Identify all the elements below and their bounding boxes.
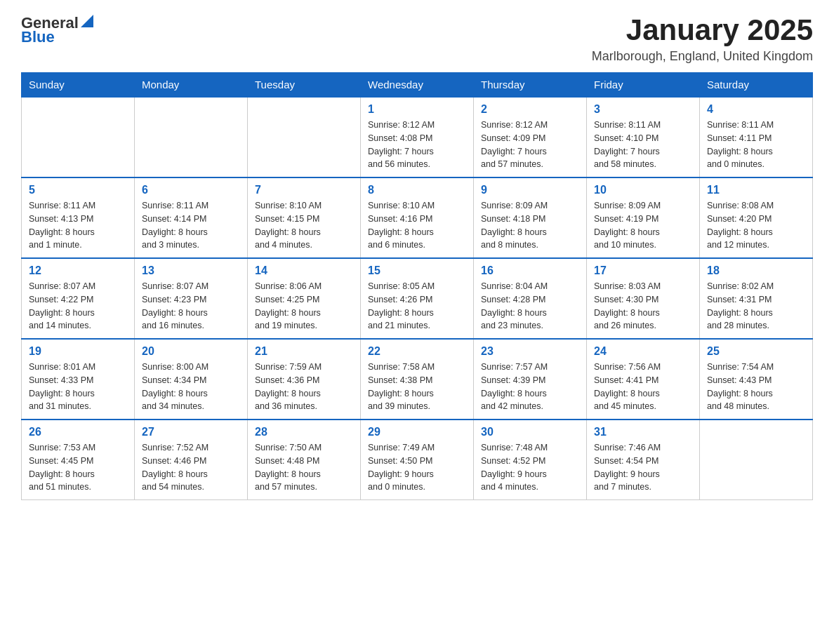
day-number: 27: [142, 426, 240, 438]
day-number: 13: [142, 264, 240, 277]
calendar-cell: 24Sunrise: 7:56 AMSunset: 4:41 PMDayligh…: [587, 339, 700, 420]
col-header-sunday: Sunday: [22, 73, 135, 98]
col-header-friday: Friday: [587, 73, 700, 98]
day-number: 24: [594, 345, 692, 358]
day-number: 15: [368, 264, 466, 277]
day-info: Sunrise: 8:10 AMSunset: 4:15 PMDaylight:…: [255, 199, 353, 252]
logo: General Blue: [21, 14, 93, 46]
day-info: Sunrise: 7:53 AMSunset: 4:45 PMDaylight:…: [29, 441, 127, 494]
calendar-cell: [22, 97, 135, 177]
calendar-cell: [700, 420, 813, 500]
day-number: 10: [594, 184, 692, 196]
calendar-cell: 18Sunrise: 8:02 AMSunset: 4:31 PMDayligh…: [700, 258, 813, 339]
day-info: Sunrise: 8:09 AMSunset: 4:18 PMDaylight:…: [481, 199, 579, 252]
calendar-cell: 28Sunrise: 7:50 AMSunset: 4:48 PMDayligh…: [248, 420, 361, 500]
day-info: Sunrise: 8:01 AMSunset: 4:33 PMDaylight:…: [29, 361, 127, 413]
calendar-week-row: 26Sunrise: 7:53 AMSunset: 4:45 PMDayligh…: [22, 420, 813, 500]
day-info: Sunrise: 8:10 AMSunset: 4:16 PMDaylight:…: [368, 199, 466, 252]
calendar-cell: 20Sunrise: 8:00 AMSunset: 4:34 PMDayligh…: [135, 339, 248, 420]
calendar-cell: 7Sunrise: 8:10 AMSunset: 4:15 PMDaylight…: [248, 177, 361, 258]
day-number: 28: [255, 426, 353, 438]
day-number: 14: [255, 264, 353, 277]
location-subtitle: Marlborough, England, United Kingdom: [592, 49, 813, 64]
day-info: Sunrise: 7:50 AMSunset: 4:48 PMDaylight:…: [255, 441, 353, 494]
day-info: Sunrise: 8:12 AMSunset: 4:09 PMDaylight:…: [481, 119, 579, 171]
calendar-week-row: 5Sunrise: 8:11 AMSunset: 4:13 PMDaylight…: [22, 177, 813, 258]
day-number: 4: [707, 103, 805, 116]
day-info: Sunrise: 8:11 AMSunset: 4:14 PMDaylight:…: [142, 199, 240, 252]
calendar-cell: 23Sunrise: 7:57 AMSunset: 4:39 PMDayligh…: [474, 339, 587, 420]
day-number: 25: [707, 345, 805, 358]
calendar-week-row: 19Sunrise: 8:01 AMSunset: 4:33 PMDayligh…: [22, 339, 813, 420]
calendar-cell: 22Sunrise: 7:58 AMSunset: 4:38 PMDayligh…: [361, 339, 474, 420]
month-year-title: January 2025: [592, 14, 813, 46]
calendar-cell: 5Sunrise: 8:11 AMSunset: 4:13 PMDaylight…: [22, 177, 135, 258]
day-number: 9: [481, 184, 579, 196]
calendar-week-row: 1Sunrise: 8:12 AMSunset: 4:08 PMDaylight…: [22, 97, 813, 177]
day-info: Sunrise: 8:07 AMSunset: 4:22 PMDaylight:…: [29, 280, 127, 333]
day-number: 30: [481, 426, 579, 438]
title-block: January 2025 Marlborough, England, Unite…: [592, 14, 813, 64]
day-info: Sunrise: 7:52 AMSunset: 4:46 PMDaylight:…: [142, 441, 240, 494]
day-info: Sunrise: 8:11 AMSunset: 4:11 PMDaylight:…: [707, 119, 805, 171]
calendar-cell: 14Sunrise: 8:06 AMSunset: 4:25 PMDayligh…: [248, 258, 361, 339]
calendar-cell: 26Sunrise: 7:53 AMSunset: 4:45 PMDayligh…: [22, 420, 135, 500]
day-info: Sunrise: 7:54 AMSunset: 4:43 PMDaylight:…: [707, 361, 805, 413]
day-number: 7: [255, 184, 353, 196]
day-number: 6: [142, 184, 240, 196]
calendar-cell: 13Sunrise: 8:07 AMSunset: 4:23 PMDayligh…: [135, 258, 248, 339]
calendar-cell: 15Sunrise: 8:05 AMSunset: 4:26 PMDayligh…: [361, 258, 474, 339]
day-number: 18: [707, 264, 805, 277]
day-number: 1: [368, 103, 466, 116]
day-info: Sunrise: 8:06 AMSunset: 4:25 PMDaylight:…: [255, 280, 353, 333]
calendar-cell: 9Sunrise: 8:09 AMSunset: 4:18 PMDaylight…: [474, 177, 587, 258]
svg-marker-0: [81, 15, 93, 27]
day-number: 3: [594, 103, 692, 116]
calendar-cell: [248, 97, 361, 177]
calendar-cell: 2Sunrise: 8:12 AMSunset: 4:09 PMDaylight…: [474, 97, 587, 177]
calendar-cell: 8Sunrise: 8:10 AMSunset: 4:16 PMDaylight…: [361, 177, 474, 258]
calendar-cell: 3Sunrise: 8:11 AMSunset: 4:10 PMDaylight…: [587, 97, 700, 177]
calendar-cell: [135, 97, 248, 177]
calendar-cell: 1Sunrise: 8:12 AMSunset: 4:08 PMDaylight…: [361, 97, 474, 177]
day-info: Sunrise: 7:58 AMSunset: 4:38 PMDaylight:…: [368, 361, 466, 413]
logo-triangle-icon: [81, 15, 93, 27]
calendar-cell: 21Sunrise: 7:59 AMSunset: 4:36 PMDayligh…: [248, 339, 361, 420]
day-number: 31: [594, 426, 692, 438]
calendar-cell: 4Sunrise: 8:11 AMSunset: 4:11 PMDaylight…: [700, 97, 813, 177]
day-number: 26: [29, 426, 127, 438]
logo-blue: Blue: [21, 28, 55, 46]
day-number: 17: [594, 264, 692, 277]
calendar-table: SundayMondayTuesdayWednesdayThursdayFrid…: [21, 72, 813, 500]
day-number: 21: [255, 345, 353, 358]
day-number: 2: [481, 103, 579, 116]
col-header-wednesday: Wednesday: [361, 73, 474, 98]
calendar-cell: 19Sunrise: 8:01 AMSunset: 4:33 PMDayligh…: [22, 339, 135, 420]
page-header: General Blue January 2025 Marlborough, E…: [21, 14, 813, 64]
day-number: 11: [707, 184, 805, 196]
day-info: Sunrise: 7:56 AMSunset: 4:41 PMDaylight:…: [594, 361, 692, 413]
col-header-monday: Monday: [135, 73, 248, 98]
day-number: 5: [29, 184, 127, 196]
calendar-cell: 29Sunrise: 7:49 AMSunset: 4:50 PMDayligh…: [361, 420, 474, 500]
day-number: 8: [368, 184, 466, 196]
calendar-cell: 12Sunrise: 8:07 AMSunset: 4:22 PMDayligh…: [22, 258, 135, 339]
calendar-cell: 31Sunrise: 7:46 AMSunset: 4:54 PMDayligh…: [587, 420, 700, 500]
day-info: Sunrise: 8:00 AMSunset: 4:34 PMDaylight:…: [142, 361, 240, 413]
day-number: 29: [368, 426, 466, 438]
day-info: Sunrise: 7:49 AMSunset: 4:50 PMDaylight:…: [368, 441, 466, 494]
day-number: 19: [29, 345, 127, 358]
day-info: Sunrise: 8:11 AMSunset: 4:10 PMDaylight:…: [594, 119, 692, 171]
calendar-cell: 25Sunrise: 7:54 AMSunset: 4:43 PMDayligh…: [700, 339, 813, 420]
day-info: Sunrise: 8:08 AMSunset: 4:20 PMDaylight:…: [707, 199, 805, 252]
day-info: Sunrise: 7:48 AMSunset: 4:52 PMDaylight:…: [481, 441, 579, 494]
calendar-header-row: SundayMondayTuesdayWednesdayThursdayFrid…: [22, 73, 813, 98]
day-info: Sunrise: 7:46 AMSunset: 4:54 PMDaylight:…: [594, 441, 692, 494]
day-info: Sunrise: 8:05 AMSunset: 4:26 PMDaylight:…: [368, 280, 466, 333]
day-number: 23: [481, 345, 579, 358]
day-number: 12: [29, 264, 127, 277]
day-info: Sunrise: 7:59 AMSunset: 4:36 PMDaylight:…: [255, 361, 353, 413]
day-info: Sunrise: 8:03 AMSunset: 4:30 PMDaylight:…: [594, 280, 692, 333]
calendar-cell: 10Sunrise: 8:09 AMSunset: 4:19 PMDayligh…: [587, 177, 700, 258]
day-info: Sunrise: 7:57 AMSunset: 4:39 PMDaylight:…: [481, 361, 579, 413]
